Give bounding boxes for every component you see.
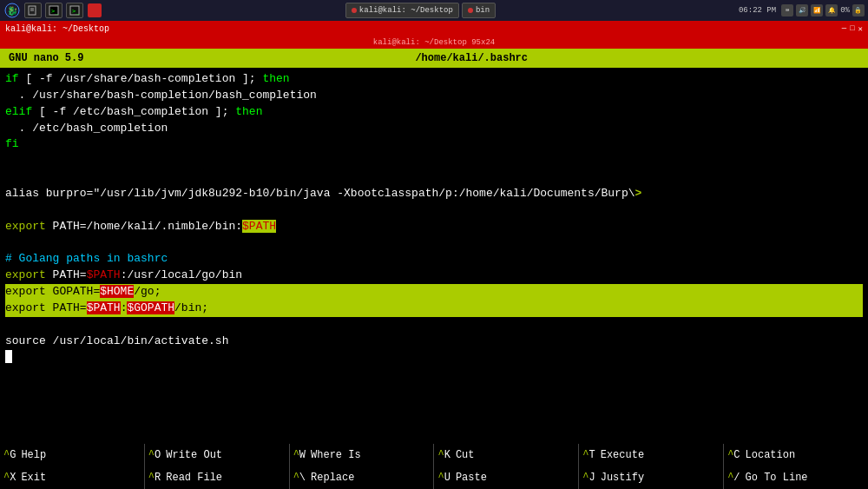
write-out-label: Write Out [162, 449, 288, 461]
cut-key: ^K [434, 449, 451, 461]
volume-icon[interactable]: 🔊 [796, 4, 808, 17]
go-to-line-label: Go To Line [742, 472, 868, 484]
toolbar-write-out[interactable]: ^O Write Out [145, 444, 289, 466]
toolbar-replace[interactable]: ^\ Replace [290, 466, 434, 489]
help-key: ^G [0, 449, 17, 461]
scroll-right-arrow: > [635, 186, 642, 202]
nano-filename: /home/kali/.bashrc [415, 52, 528, 64]
editor-content[interactable]: if [ -f /usr/share/bash-completion ]; th… [0, 68, 868, 398]
browser-icon[interactable] [87, 3, 102, 18]
replace-key: ^\ [290, 472, 307, 484]
toolbar-exit[interactable]: ^X Exit [0, 466, 144, 489]
editor-line-5: fi [5, 136, 863, 153]
editor-cursor-line [5, 349, 863, 366]
notification-icon[interactable]: 🔔 [825, 4, 838, 17]
toolbar-execute[interactable]: ^T Execute [579, 444, 723, 466]
editor-line-1: if [ -f /usr/share/bash-completion ]; th… [5, 71, 863, 88]
execute-label: Execute [597, 449, 723, 461]
system-tray: ⌨ 🔊 📶 🔔 0% 🔒 [781, 4, 865, 17]
location-label: Location [742, 449, 868, 461]
maximize-button[interactable]: □ [850, 24, 854, 33]
toolbar-read-file[interactable]: ^R Read File [145, 466, 289, 489]
where-is-key: ^W [290, 449, 307, 461]
window-desktop-label: kali@kali: ~/Desktop [359, 6, 453, 15]
write-out-key: ^O [145, 449, 162, 461]
paste-key: ^U [434, 472, 451, 484]
svg-text:>_: >_ [72, 8, 80, 15]
close-button[interactable]: ✕ [858, 24, 863, 34]
justify-key: ^J [579, 472, 596, 484]
text-cursor [5, 350, 12, 363]
network-icon[interactable]: 📶 [811, 4, 823, 17]
taskbar: 🐉 >_ >_ kali@kali: ~/Desktop bin 06:22 P… [0, 0, 868, 21]
kali-dragon-icon[interactable]: 🐉 [3, 3, 21, 18]
toolbar-cut[interactable]: ^K Cut [434, 444, 578, 466]
go-to-line-key: ^/ [724, 472, 741, 484]
editor-line-11 [5, 235, 863, 251]
exit-label: Exit [17, 472, 143, 484]
editor-line-7 [5, 169, 863, 186]
editor-line-2: . /usr/share/bash-completion/bash_comple… [5, 88, 863, 104]
toolbar-help[interactable]: ^G Help [0, 444, 144, 466]
editor-line-12: # Golang paths in bashrc [5, 251, 863, 268]
editor-line-14: export GOPATH=$HOME/go; [5, 284, 863, 301]
help-label: Help [17, 449, 143, 461]
window-subtitle-bar: kali@kali: ~/Desktop 95x24 [0, 36, 868, 49]
alias-line: alias burpro="/usr/lib/jvm/jdk8u292-b10/… [5, 186, 863, 202]
lock-icon[interactable]: 🔒 [852, 4, 865, 17]
editor-line-13: export PATH=$PATH:/usr/local/go/bin [5, 268, 863, 284]
toolbar-paste[interactable]: ^U Paste [434, 466, 578, 489]
location-key: ^C [724, 449, 741, 461]
editor-line-4: . /etc/bash_completion [5, 121, 863, 137]
keyboard-icon: ⌨ [781, 4, 793, 17]
editor-line-9 [5, 202, 863, 219]
terminal2-icon[interactable]: >_ [66, 3, 83, 18]
files-icon[interactable] [24, 3, 42, 18]
editor-line-16 [5, 317, 863, 334]
toolbar-location[interactable]: ^C Location [724, 444, 868, 466]
svg-text:🐉: 🐉 [7, 5, 18, 17]
window-subtitle: kali@kali: ~/Desktop 95x24 [373, 38, 495, 47]
toolbar-row-2: ^X Exit ^R Read File ^\ Replace ^U Paste… [0, 466, 868, 489]
paste-label: Paste [452, 472, 578, 484]
editor-line-6 [5, 153, 863, 169]
editor-line-10: export PATH=/home/kali/.nimble/bin:$PATH [5, 219, 863, 235]
toolbar-justify[interactable]: ^J Justify [579, 466, 723, 489]
window-titlebar: kali@kali: ~/Desktop ─ □ ✕ [0, 21, 868, 36]
replace-label: Replace [307, 472, 433, 484]
where-is-label: Where Is [307, 449, 433, 461]
window-bin[interactable]: bin [462, 3, 496, 18]
minimize-button[interactable]: ─ [842, 24, 846, 33]
toolbar-go-to-line[interactable]: ^/ Go To Line [724, 466, 868, 489]
nano-titlebar: GNU nano 5.9 /home/kali/.bashrc [0, 49, 868, 68]
execute-key: ^T [579, 449, 596, 461]
cut-label: Cut [452, 449, 578, 461]
window-title: kali@kali: ~/Desktop [5, 24, 109, 34]
bottom-toolbar: ^G Help ^O Write Out ^W Where Is ^K Cut … [0, 444, 868, 489]
editor-line-17: source /usr/local/bin/activate.sh [5, 334, 863, 350]
taskbar-left: 🐉 >_ >_ [3, 3, 102, 18]
editor-line-15: export PATH=$PATH:$GOPATH/bin; [5, 301, 863, 317]
window-bin-label: bin [476, 6, 490, 15]
read-file-label: Read File [162, 472, 288, 484]
exit-key: ^X [0, 472, 17, 484]
window-controls: ─ □ ✕ [842, 24, 863, 34]
read-file-key: ^R [145, 472, 162, 484]
nano-version: GNU nano 5.9 [9, 52, 83, 64]
battery-indicator: 0% [840, 6, 850, 15]
clock: 06:22 PM [739, 6, 776, 15]
toolbar-row-1: ^G Help ^O Write Out ^W Where Is ^K Cut … [0, 444, 868, 466]
terminal-window: kali@kali: ~/Desktop ─ □ ✕ kali@kali: ~/… [0, 21, 868, 489]
editor-line-3: elif [ -f /etc/bash_completion ]; then [5, 104, 863, 121]
taskbar-windows: kali@kali: ~/Desktop bin [345, 3, 496, 18]
taskbar-right: 06:22 PM ⌨ 🔊 📶 🔔 0% 🔒 [739, 4, 865, 17]
toolbar-where-is[interactable]: ^W Where Is [290, 444, 434, 466]
terminal-icon[interactable]: >_ [45, 3, 62, 18]
svg-text:>_: >_ [51, 8, 59, 15]
window-desktop[interactable]: kali@kali: ~/Desktop [345, 3, 459, 18]
justify-label: Justify [597, 472, 723, 484]
